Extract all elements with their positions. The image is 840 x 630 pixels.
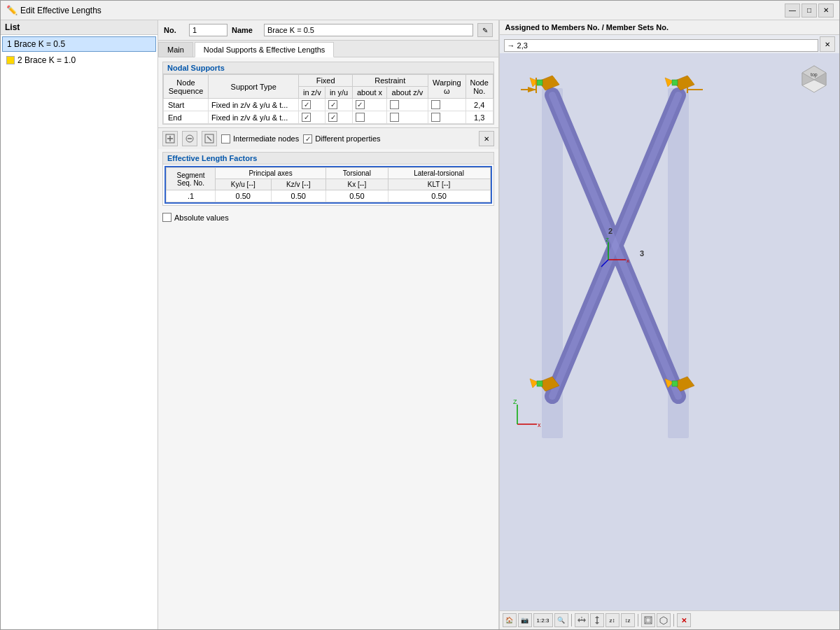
checkbox-warping[interactable] xyxy=(431,113,440,122)
main-content: List 1 Brace K = 0.5 2 Brace K = 1.0 No.… xyxy=(1,20,839,629)
color-icon xyxy=(6,56,15,64)
td-fixed-z xyxy=(299,99,326,111)
separator xyxy=(638,614,638,626)
assigned-input[interactable] xyxy=(504,39,819,52)
absolute-values-text: Absolute values xyxy=(174,214,229,222)
td-node-no: 2,4 xyxy=(465,99,493,111)
different-properties-text: Different properties xyxy=(315,134,380,143)
clear-button[interactable]: ✕ xyxy=(479,131,494,146)
checkbox-restraint-z[interactable] xyxy=(390,113,399,122)
view-cube[interactable]: top xyxy=(795,59,834,97)
th-warping: Warping ω xyxy=(428,75,465,99)
checkbox-restraint-x[interactable] xyxy=(356,100,365,109)
name-field[interactable] xyxy=(264,24,473,36)
td-kyv: 0.50 xyxy=(216,190,272,202)
no-field[interactable] xyxy=(189,24,227,36)
nodal-supports-table: Node Sequence Support Type Fixed Restrai… xyxy=(163,74,493,124)
checkbox-fixed-z[interactable] xyxy=(302,100,311,109)
th-kx: Kx [--] xyxy=(326,179,388,190)
rotate-z-button[interactable]: ↕z xyxy=(621,613,635,627)
edit-name-button[interactable]: ✎ xyxy=(477,23,493,37)
scale-button[interactable]: 1:2:3 xyxy=(533,613,553,627)
td-fixed-z xyxy=(299,111,326,124)
svg-rect-22 xyxy=(537,80,542,85)
separator xyxy=(571,614,572,626)
tab-content: Nodal Supports Node Sequence Support Typ… xyxy=(158,57,498,629)
th-torsional: Torsional xyxy=(326,168,388,179)
intermediate-nodes-label[interactable]: Intermediate nodes xyxy=(221,134,299,144)
svg-rect-33 xyxy=(537,381,542,386)
delete-button[interactable] xyxy=(202,131,217,146)
list-item-label: 2 Brace K = 1.0 xyxy=(18,55,76,65)
absolute-values-label[interactable]: Absolute values xyxy=(162,213,229,222)
assigned-clear-button[interactable]: ✕ xyxy=(820,36,835,52)
box-button[interactable] xyxy=(657,613,671,627)
list-items: 1 Brace K = 0.5 2 Brace K = 1.0 xyxy=(1,35,158,629)
camera-button[interactable]: 📷 xyxy=(518,613,532,627)
no-name-row: No. Name ✎ xyxy=(158,20,498,41)
assigned-row: ✕ xyxy=(500,35,840,53)
render-panel: Assigned to Members No. / Member Sets No… xyxy=(499,20,840,629)
tab-nodal[interactable]: Nodal Supports & Effective Lengths xyxy=(195,42,334,57)
move-y-button[interactable] xyxy=(590,613,604,627)
th-node-no: Node No. xyxy=(465,75,493,99)
checkbox-fixed-y[interactable] xyxy=(328,113,337,122)
zoom-button[interactable]: 🔍 xyxy=(554,613,568,627)
render-header: Assigned to Members No. / Member Sets No… xyxy=(500,20,840,35)
effective-length-title: Effective Length Factors xyxy=(163,153,493,164)
svg-text:x: x xyxy=(626,258,629,264)
th-kyv: Ky/u [--] xyxy=(216,179,272,190)
home-view-button[interactable]: 🏠 xyxy=(503,613,517,627)
th-fixed-y: in y/u xyxy=(326,87,353,99)
edit-button[interactable] xyxy=(182,131,197,146)
checkbox-restraint-z[interactable] xyxy=(390,100,399,109)
render-toolbar: 🏠 📷 1:2:3 🔍 z↕ ↕z xyxy=(500,610,840,629)
perspective-button[interactable] xyxy=(641,613,655,627)
reset-button[interactable]: ✕ xyxy=(677,613,691,627)
maximize-button[interactable]: □ xyxy=(802,4,817,18)
move-z-button[interactable]: z↕ xyxy=(606,613,620,627)
spacer xyxy=(158,226,498,629)
tab-main[interactable]: Main xyxy=(158,42,193,57)
td-seq: Start xyxy=(164,99,209,111)
td-seq: End xyxy=(164,111,209,124)
tabs: Main Nodal Supports & Effective Lengths xyxy=(158,41,498,57)
list-item[interactable]: 2 Brace K = 1.0 xyxy=(2,53,156,67)
minimize-button[interactable]: — xyxy=(785,4,800,18)
checkbox-fixed-z[interactable] xyxy=(302,113,311,122)
th-klt: KLT [--] xyxy=(388,179,490,190)
table-row: Start Fixed in z/v & y/u & t... 2,4 xyxy=(164,99,493,111)
checkbox-restraint-x[interactable] xyxy=(356,113,365,122)
nodal-supports-title: Nodal Supports xyxy=(163,62,493,74)
checkbox-fixed-y[interactable] xyxy=(328,100,337,109)
th-fixed-z: in z/v xyxy=(299,87,326,99)
svg-text:top: top xyxy=(811,72,818,78)
td-node-no: 1,3 xyxy=(465,111,493,124)
th-seg-seq: Segment Seq. No. xyxy=(167,168,216,190)
td-kzv: 0.50 xyxy=(271,190,326,202)
close-button[interactable]: ✕ xyxy=(818,4,834,18)
td-restraint-z xyxy=(387,99,428,111)
main-window: ✏️ Edit Effective Lengths — □ ✕ List 1 B… xyxy=(0,0,840,630)
intermediate-nodes-checkbox[interactable] xyxy=(221,134,230,144)
add-row-button[interactable] xyxy=(162,131,178,146)
th-lateral-torsional: Lateral-torsional xyxy=(388,168,490,179)
window-icon: ✏️ xyxy=(6,5,18,15)
title-controls: — □ ✕ xyxy=(785,4,834,18)
absolute-values-row: Absolute values xyxy=(158,209,498,226)
list-item[interactable]: 1 Brace K = 0.5 xyxy=(2,36,156,52)
effective-length-table-wrapper: Segment Seq. No. Principal axes Torsiona… xyxy=(164,166,492,204)
svg-marker-51 xyxy=(578,618,580,622)
absolute-values-checkbox[interactable] xyxy=(162,213,172,222)
td-warping xyxy=(428,99,465,111)
different-properties-label[interactable]: Different properties xyxy=(303,134,380,144)
svg-text:3: 3 xyxy=(640,249,644,258)
move-x-button[interactable] xyxy=(575,613,589,627)
toolbar-row: Intermediate nodes Different properties … xyxy=(158,127,498,149)
th-restraint-x: about x xyxy=(352,87,386,99)
no-label: No. xyxy=(164,26,185,34)
different-properties-checkbox[interactable] xyxy=(303,134,312,144)
th-restraint-z: about z/v xyxy=(387,87,428,99)
svg-text:x: x xyxy=(538,421,541,428)
checkbox-warping[interactable] xyxy=(431,100,440,109)
